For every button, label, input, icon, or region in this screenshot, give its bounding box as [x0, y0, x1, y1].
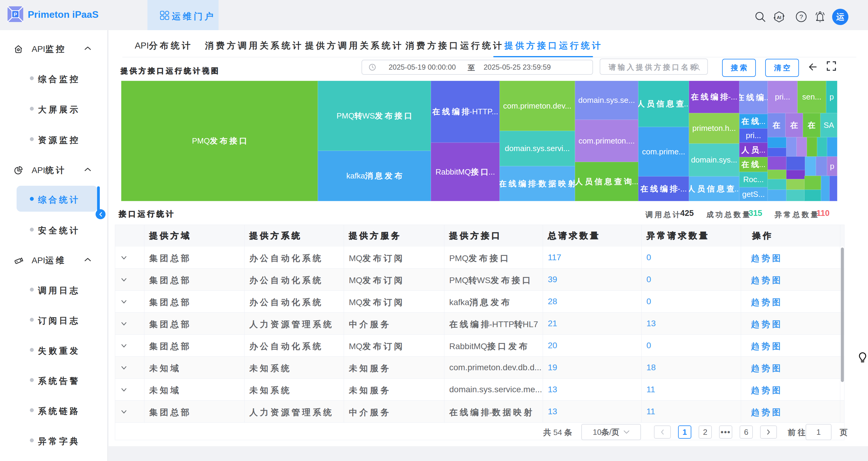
svg-text:AI: AI [777, 15, 781, 20]
svg-text:?: ? [205, 68, 207, 73]
svg-text:?: ? [800, 13, 803, 20]
svg-text:P: P [13, 12, 17, 18]
